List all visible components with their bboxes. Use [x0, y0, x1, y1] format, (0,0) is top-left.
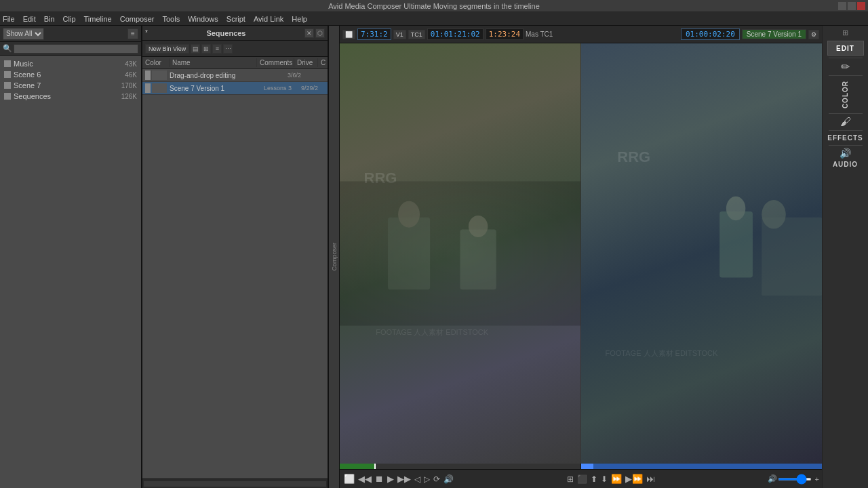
seq-toolbar: New Bin View ▤ ⊞ ≡ ⋯: [142, 41, 328, 57]
bin-item-scene7[interactable]: Scene 7 170K: [1, 80, 140, 91]
maximize-btn[interactable]: [848, 2, 856, 10]
bin-size-music: 43K: [125, 60, 137, 68]
seq-grid2-btn[interactable]: ⊞: [201, 44, 211, 54]
menu-help[interactable]: Help: [292, 15, 307, 23]
col-comments: Comments: [257, 58, 294, 67]
bin-search-input[interactable]: [14, 44, 138, 54]
monitor-format-btn[interactable]: ⬜: [342, 30, 355, 39]
audio-icon[interactable]: 🔊: [840, 148, 851, 159]
record-monitor[interactable]: RRG FOOTAGE 人人素材 EDITSTOCK: [581, 43, 822, 464]
seq-name-scene7v1: Scene 7 Version 1: [170, 85, 264, 92]
lift-btn[interactable]: ⬆: [589, 474, 599, 484]
seq-color-scene7v1: [145, 83, 151, 93]
composer-label-text: Composer: [331, 243, 338, 271]
record-tc: 01:00:02:20: [681, 28, 740, 40]
step-fwd-btn[interactable]: ▶: [386, 474, 395, 484]
seq-grid1-btn[interactable]: ▤: [191, 44, 200, 54]
minimize-btn[interactable]: [838, 2, 846, 10]
source-progress-bar[interactable]: [340, 464, 581, 469]
seq-comment-scene7v1: Lessons 3: [264, 85, 301, 92]
bin-menu-btn[interactable]: ≡: [127, 28, 138, 39]
record-progress-fill: [581, 464, 593, 469]
bin-item-sequences[interactable]: Sequences 126K: [1, 91, 140, 102]
grid-icon: ⊞: [842, 28, 848, 37]
seq-scrollbar[interactable]: [142, 479, 328, 488]
source-track-label: Mas TC1: [526, 30, 553, 38]
menu-avid-link[interactable]: Avid Link: [254, 15, 283, 23]
audio-scrub-btn[interactable]: 🔊: [442, 474, 455, 484]
svg-point-8: [762, 200, 786, 229]
color-label[interactable]: COLOR: [842, 81, 849, 108]
bin-item-music[interactable]: Music 43K: [1, 58, 140, 69]
mark-in-btn[interactable]: ◁: [413, 474, 422, 484]
bin-name-music: Music: [14, 60, 125, 68]
menu-clip[interactable]: Clip: [63, 15, 76, 23]
menu-file[interactable]: File: [3, 15, 15, 23]
new-bin-view-btn[interactable]: New Bin View: [145, 44, 189, 54]
menu-composer[interactable]: Composer: [120, 15, 155, 23]
audio-label[interactable]: AUDIO: [833, 161, 858, 168]
splice-btn[interactable]: ⊞: [566, 474, 575, 484]
bin-item-scene6[interactable]: Scene 6 46K: [1, 69, 140, 80]
show-all-select[interactable]: Show All: [3, 28, 44, 40]
menu-windows[interactable]: Windows: [188, 15, 218, 23]
seq-column-headers: Color Name Comments Drive C: [142, 57, 328, 69]
close-btn[interactable]: [857, 2, 865, 10]
source-video-overlay: [340, 43, 580, 464]
sequences-title: Sequences: [206, 29, 245, 37]
seq-list: Drag-and-drop editing 3/6/2 Scene 7 Vers…: [142, 69, 328, 479]
mark-out-btn[interactable]: ▷: [422, 474, 431, 484]
menubar: File Edit Bin Clip Timeline Composer Too…: [0, 12, 868, 26]
tc1-label: TC1: [408, 30, 425, 39]
menu-bin[interactable]: Bin: [44, 15, 55, 23]
source-playhead: [374, 464, 376, 469]
bin-name-scene6: Scene 6: [14, 70, 125, 79]
sequences-header: * Sequences ✕ ⬡: [142, 26, 328, 41]
col-drive: Drive: [294, 58, 318, 67]
source-monitor[interactable]: RRG FOOTAGE 人人素材 EDITSTOCK: [340, 43, 581, 464]
bin-toolbar: Show All ≡: [0, 26, 141, 42]
pencil-icon[interactable]: ✏: [841, 60, 850, 73]
seq-expand-btn[interactable]: ⬡: [315, 28, 325, 38]
record-sequence-label[interactable]: Scene 7 Version 1: [742, 29, 806, 39]
v1-label: V1: [393, 30, 406, 39]
add-btn[interactable]: +: [815, 475, 819, 483]
format-btn[interactable]: ⬜: [342, 474, 356, 484]
menu-tools[interactable]: Tools: [162, 15, 180, 23]
right-tools-panel: ⊞ EDIT ✏ COLOR 🖌 EFFECTS 🔊 AUDIO: [822, 26, 868, 488]
menu-script[interactable]: Script: [226, 15, 245, 23]
play-btn[interactable]: ▶▶: [396, 474, 412, 484]
loop-btn[interactable]: ⟳: [432, 474, 441, 484]
edit-tool-btn[interactable]: EDIT: [827, 41, 864, 56]
seq-item-scene7v1[interactable]: Scene 7 Version 1 Lessons 3 9/29/2: [142, 82, 328, 95]
menu-timeline[interactable]: Timeline: [84, 15, 112, 23]
seq-list-btn[interactable]: ≡: [212, 44, 222, 54]
end-btn[interactable]: ⏭: [645, 474, 656, 484]
menu-edit[interactable]: Edit: [23, 15, 36, 23]
step-back-btn[interactable]: ◀◀: [357, 474, 373, 484]
sequences-panel: * Sequences ✕ ⬡ New Bin View ▤ ⊞ ≡ ⋯ Col…: [142, 26, 329, 488]
bin-icon-sequences: [4, 93, 11, 100]
seq-thumb-scene7v1: [152, 83, 167, 93]
seq-item-dragdrop[interactable]: Drag-and-drop editing 3/6/2: [142, 69, 328, 82]
volume-slider[interactable]: [778, 478, 812, 481]
seq-close-btn[interactable]: ✕: [304, 28, 314, 38]
bin-size-sequences: 126K: [121, 93, 137, 100]
effects-label[interactable]: EFFECTS: [827, 134, 863, 142]
col-color: Color: [142, 58, 170, 67]
record-progress-bar[interactable]: [581, 464, 822, 469]
monitor-settings-btn[interactable]: ⚙: [808, 30, 819, 39]
ffwd-btn[interactable]: ⏩: [610, 474, 623, 484]
source-tc-display: 7:31:2: [357, 28, 391, 40]
composer-label: Composer: [329, 26, 340, 488]
tool-divider4: [829, 130, 863, 131]
source-video-frame: RRG FOOTAGE 人人素材 EDITSTOCK: [340, 43, 580, 464]
play-stop-btn[interactable]: ⏹: [374, 474, 385, 484]
seq-more-btn[interactable]: ⋯: [223, 44, 233, 54]
search-icon: 🔍: [3, 44, 12, 53]
seq-color-dragdrop: [145, 70, 151, 80]
extract-btn[interactable]: ⬇: [599, 474, 609, 484]
color-pencil-icon[interactable]: 🖌: [840, 116, 851, 128]
play-ffwd-btn[interactable]: ▶⏩: [624, 474, 644, 484]
overwrite-btn[interactable]: ⬛: [576, 474, 589, 484]
